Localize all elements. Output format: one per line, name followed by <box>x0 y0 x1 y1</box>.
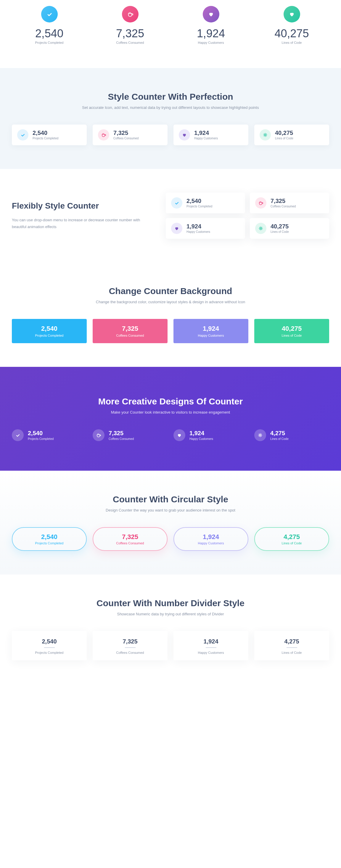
gear-icon <box>254 429 266 441</box>
counter-label: Happy Customers <box>173 41 248 44</box>
counter-value: 7,325 <box>113 130 139 136</box>
counter-value: 1,924 <box>194 130 218 136</box>
counter-label: Projects Completed <box>15 334 84 337</box>
counter-value: 1,924 <box>190 430 213 437</box>
section-subtitle: Design Counter the way you want to grab … <box>12 508 329 513</box>
counter-label: Lines of Code <box>270 437 289 440</box>
counter-label: Lines of Code <box>257 651 326 654</box>
counter-customers: 1,924Happy Customers <box>173 429 248 441</box>
counter-pill-coffees: 7,325Coffees Consumed <box>93 527 168 551</box>
heart-icon <box>179 129 190 141</box>
counter-value: 2,540 <box>16 533 83 541</box>
counter-value: 1,924 <box>176 638 246 645</box>
counter-card-customers: 1,924Happy Customers <box>173 125 248 145</box>
coffee-icon <box>98 129 109 141</box>
counter-value: 2,540 <box>12 28 87 39</box>
counter-label: Coffees Consumed <box>96 541 164 545</box>
counter-value: 1,924 <box>176 325 246 333</box>
counter-card-codelines: 40,275Lines of Code <box>254 125 329 145</box>
section-title: Counter With Number Divider Style <box>12 598 329 608</box>
counter-label: Happy Customers <box>190 437 213 440</box>
counter-value: 7,325 <box>95 638 165 645</box>
counter-label: Projects Completed <box>187 205 212 208</box>
counter-value: 40,275 <box>257 325 326 333</box>
section-subtitle: Make your Counter look interactive to vi… <box>12 410 329 414</box>
counter-label: Projects Completed <box>28 437 54 440</box>
section-subtitle: Showcase Numeric data by trying out diff… <box>12 612 329 616</box>
counter-divcard-customers: 1,924Happy Customers <box>173 631 248 660</box>
counter-divcard-projects: 2,540Projects Completed <box>12 631 87 660</box>
divider-bar <box>44 647 55 648</box>
divider-bar <box>206 647 217 648</box>
divider-bar <box>287 647 297 648</box>
counter-value: 4,275 <box>258 533 325 541</box>
section-style-perfection: Style Counter With Perfection Set accura… <box>0 68 341 169</box>
counter-card-codelines: 40,275Lines of Code <box>250 218 329 239</box>
section-title: Style Counter With Perfection <box>12 92 329 102</box>
counter-value: 2,540 <box>15 325 84 333</box>
counter-value: 7,325 <box>95 325 165 333</box>
counter-label: Projects Completed <box>12 41 87 44</box>
heart-icon <box>171 223 182 234</box>
coffee-icon <box>122 6 139 23</box>
check-icon <box>171 197 182 209</box>
section-title: Change Counter Background <box>12 286 329 296</box>
section-title: Counter With Circular Style <box>12 494 329 504</box>
counter-label: Happy Customers <box>187 230 210 234</box>
section-description: You can use drop-down menu to increase o… <box>12 217 148 230</box>
counter-label: Coffees Consumed <box>93 41 168 44</box>
gear-icon <box>260 129 271 141</box>
counter-value: 40,275 <box>275 130 293 136</box>
counter-divcard-coffees: 7,325Coffees Consumed <box>93 631 168 660</box>
counter-projects: 2,540Projects Completed <box>12 429 87 441</box>
section-circular-style: Counter With Circular Style Design Count… <box>0 471 341 575</box>
counter-label: Coffees Consumed <box>95 651 165 654</box>
counter-value: 2,540 <box>28 430 54 437</box>
counter-card-projects: 2,540Projects Completed <box>166 193 245 213</box>
counter-card-coffees: 7,325Coffees Consumed <box>250 193 329 213</box>
counter-label: Projects Completed <box>16 541 83 545</box>
counter-label: Lines of Code <box>275 137 293 140</box>
check-icon <box>12 429 24 441</box>
counter-value: 2,540 <box>33 130 58 136</box>
counter-pill-customers: 1,924Happy Customers <box>173 527 248 551</box>
heart-icon <box>173 429 185 441</box>
section-change-background: Change Counter Background Change the bac… <box>0 262 341 367</box>
section-subtitle: Set accurate Icon, add text, numerical d… <box>12 105 329 110</box>
counter-value: 2,540 <box>15 638 84 645</box>
divider-bar <box>125 647 136 648</box>
section-creative-designs: More Creative Designs Of Counter Make yo… <box>0 367 341 471</box>
counter-card-coffees: 7,325Coffees Consumed <box>93 319 168 343</box>
gear-icon <box>255 223 266 234</box>
counter-value: 4,275 <box>257 638 326 645</box>
counter-label: Coffees Consumed <box>109 437 134 440</box>
counter-label: Happy Customers <box>194 137 218 140</box>
counter-label: Projects Completed <box>33 137 58 140</box>
counter-pill-projects: 2,540Projects Completed <box>12 527 87 551</box>
counter-card-projects: 2,540Projects Completed <box>12 319 87 343</box>
counter-label: Projects Completed <box>15 651 84 654</box>
counter-label: Happy Customers <box>176 651 246 654</box>
counter-card-coffees: 7,325Coffees Consumed <box>93 125 168 145</box>
heart-icon <box>203 6 219 23</box>
counter-label: Happy Customers <box>176 334 246 337</box>
counter-label: Lines of Code <box>257 334 326 337</box>
counter-card-projects: 2,540Projects Completed <box>12 125 87 145</box>
counter-value: 40,275 <box>271 223 289 229</box>
section-flexibly-style: Flexibly Style Counter You can use drop-… <box>0 169 341 262</box>
counter-value: 2,540 <box>187 198 212 204</box>
counter-card-customers: 1,924Happy Customers <box>173 319 248 343</box>
counter-coffees: 7,325 Coffees Consumed <box>93 6 168 44</box>
counter-value: 7,325 <box>109 430 134 437</box>
counter-label: Lines of Code <box>271 230 289 234</box>
counter-value: 7,325 <box>93 28 168 39</box>
hero-counters: 2,540 Projects Completed 7,325 Coffees C… <box>0 0 341 68</box>
counter-value: 4,275 <box>270 430 289 437</box>
coffee-icon <box>93 429 105 441</box>
counter-pill-codelines: 4,275Lines of Code <box>254 527 329 551</box>
counter-card-codelines: 40,275Lines of Code <box>254 319 329 343</box>
check-icon <box>17 129 28 141</box>
counter-value: 7,325 <box>96 533 164 541</box>
check-icon <box>41 6 58 23</box>
section-subtitle: Change the background color, customize l… <box>12 300 329 304</box>
